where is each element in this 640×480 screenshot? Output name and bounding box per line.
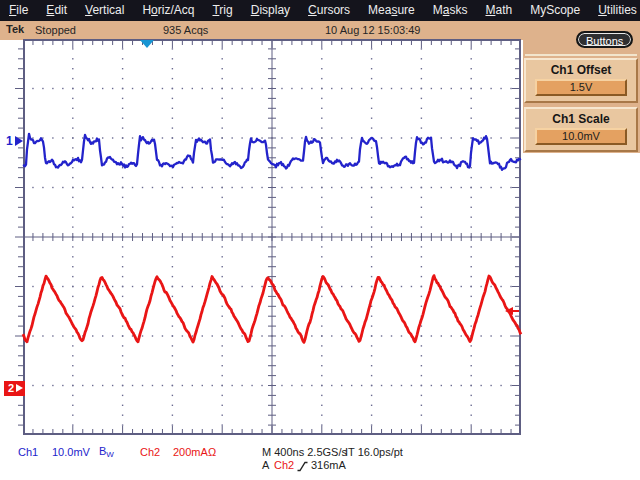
menu-item-vertical[interactable]: Vertical xyxy=(76,0,133,21)
menu-item-edit[interactable]: Edit xyxy=(37,0,76,21)
buttons-button[interactable]: Buttons xyxy=(576,31,633,48)
ch1-scale-panel: Ch1 Scale 10.0mV xyxy=(524,107,638,152)
menu-item-math[interactable]: Math xyxy=(476,0,521,21)
menu-item-display[interactable]: Display xyxy=(242,0,299,21)
ch1-position-marker[interactable]: 1 xyxy=(6,134,23,148)
bw-sub: W xyxy=(106,450,114,459)
ch1-offset-label: Ch1 Offset xyxy=(526,63,636,77)
trigger-position-marker[interactable] xyxy=(140,40,154,48)
tek-logo: Tek xyxy=(6,23,24,35)
menu-item-file[interactable]: File xyxy=(0,0,37,21)
waveform-display xyxy=(23,39,521,435)
trigger-readout-a: A xyxy=(262,459,269,471)
ch1-readout-name: Ch1 xyxy=(18,446,38,458)
trigger-readout-source: Ch2 xyxy=(274,459,294,471)
oscilloscope-screen: FileEditVerticalHoriz/AcqTrigDisplayCurs… xyxy=(0,0,640,480)
rising-slope-icon xyxy=(297,461,308,472)
ch1-scale-value-button[interactable]: 10.0mV xyxy=(535,128,627,145)
sampling-readout: IT 16.0ps/pt xyxy=(345,446,403,458)
menu-item-trig[interactable]: Trig xyxy=(203,0,241,21)
ch1-offset-panel: Ch1 Offset 1.5V xyxy=(524,58,638,103)
ch1-marker-arrow-icon xyxy=(15,136,23,146)
trigger-level-shaft xyxy=(513,310,519,312)
ch1-readout-scale: 10.0mV xyxy=(52,446,90,458)
trigger-readout-level: 316mA xyxy=(311,459,346,471)
ch2-readout-name: Ch2 xyxy=(140,446,160,458)
ch1-offset-value-button[interactable]: 1.5V xyxy=(535,79,627,96)
menu-item-measure[interactable]: Measure xyxy=(359,0,424,21)
graticule xyxy=(23,39,521,435)
menu-item-myscope[interactable]: MyScope xyxy=(521,0,589,21)
menu-item-utilities[interactable]: Utilities xyxy=(589,0,640,21)
ch2-marker-arrow-icon xyxy=(16,384,23,392)
menu-item-cursors[interactable]: Cursors xyxy=(299,0,359,21)
ch1-scale-label: Ch1 Scale xyxy=(526,112,636,126)
ch2-readout-scale: 200mA xyxy=(173,446,208,458)
datetime: 10 Aug 12 15:03:49 xyxy=(325,24,420,36)
ch2-marker-label: 2 xyxy=(8,382,14,394)
ch1-bandwidth-badge: BW xyxy=(99,445,114,459)
ch2-impedance-badge: Ω xyxy=(208,446,216,458)
ch2-position-marker[interactable]: 2 xyxy=(4,381,25,396)
menu-item-horiz-acq[interactable]: Horiz/Acq xyxy=(133,0,203,21)
menu-item-masks[interactable]: Masks xyxy=(424,0,477,21)
acquisition-count: 935 Acqs xyxy=(163,24,208,36)
trigger-level-arrow-icon xyxy=(505,307,513,315)
menu-bar: FileEditVerticalHoriz/AcqTrigDisplayCurs… xyxy=(0,0,640,21)
ch1-marker-label: 1 xyxy=(6,134,13,148)
trigger-level-marker[interactable] xyxy=(505,307,519,315)
timebase-readout: M 400ns 2.5GS/s xyxy=(262,446,347,458)
side-panel-divider xyxy=(525,54,637,56)
acquisition-state: Stopped xyxy=(35,24,76,36)
